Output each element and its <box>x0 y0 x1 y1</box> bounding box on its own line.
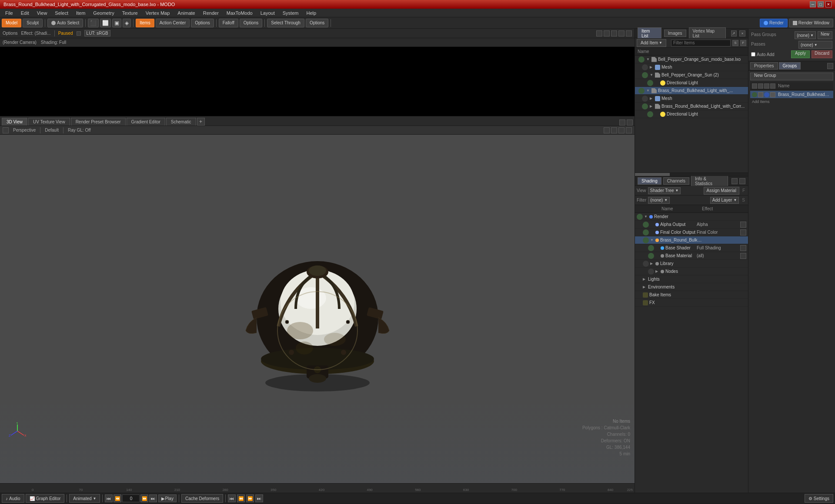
options-3-button[interactable]: Options <box>306 19 328 27</box>
eye-brass[interactable] <box>643 237 649 243</box>
tree-item-dirlight1[interactable]: Directional Light <box>635 79 748 87</box>
paused-label[interactable]: Paused <box>58 31 73 36</box>
menu-help[interactable]: Help <box>303 10 320 17</box>
shader-row-lights[interactable]: ▶ Lights <box>635 275 748 283</box>
shading-expand-icon[interactable] <box>731 178 738 184</box>
tree-item-scene2[interactable]: ▼ Brass_Round_Bulkhead_Light_with_... <box>635 87 748 95</box>
falloff-button[interactable]: Falloff <box>219 19 238 27</box>
paused-icon[interactable] <box>77 31 81 36</box>
eye-basematerial[interactable] <box>648 253 654 259</box>
item-tree-scrollbar[interactable] <box>635 172 748 176</box>
vp-settings-icon[interactable] <box>626 127 632 133</box>
eye-mesh1[interactable] <box>642 64 648 70</box>
scroll-thumb[interactable] <box>635 173 670 176</box>
vp-icon-settings[interactable] <box>627 119 633 126</box>
group-row-brass[interactable]: Brass_Round_Bulkhead_Li... <box>750 91 833 99</box>
shader-row-render[interactable]: ▼ Render <box>635 213 748 221</box>
cache-deformers-button[interactable]: Cache Deformers <box>181 494 223 503</box>
sculpt-mode-button[interactable]: Sculpt <box>23 19 43 27</box>
auto-add-checkbox[interactable]: Auto Add <box>751 52 775 57</box>
vp-ray-gl-label[interactable]: Ray GL: Off <box>68 128 91 133</box>
tab-add-button[interactable]: + <box>197 118 205 126</box>
vp-perspective-label[interactable]: Perspective <box>13 128 36 133</box>
tab-gradient-editor[interactable]: Gradient Editor <box>127 118 165 126</box>
eye-sub-scene1[interactable] <box>642 72 648 78</box>
tab-info-statistics[interactable]: Info & Statistics <box>691 175 728 187</box>
item-tree[interactable]: ▼ Bell_Pepper_Orange_Sun_modo_base.lxo ▶… <box>635 56 748 172</box>
menu-geometry[interactable]: Geometry <box>90 10 117 17</box>
col-icon-dot[interactable] <box>764 83 769 89</box>
frame-input[interactable] <box>122 494 140 502</box>
shader-row-nodes[interactable]: ▶ Nodes <box>635 268 748 275</box>
menu-maxtomodo[interactable]: MaxToModo <box>223 10 256 17</box>
menu-texture[interactable]: Texture <box>119 10 141 17</box>
tab-groups[interactable]: Groups <box>779 62 801 70</box>
options-1-button[interactable]: Options <box>191 19 214 27</box>
eye-render[interactable] <box>637 214 643 220</box>
eye-baseshader[interactable] <box>648 245 654 251</box>
options-icon-5[interactable] <box>626 30 632 36</box>
eye-dirlight1[interactable] <box>647 80 653 86</box>
group-lock-icon[interactable] <box>758 92 763 97</box>
shader-row-baseshader[interactable]: Base Shader Full Shading <box>635 244 748 252</box>
dropdown-alpha[interactable] <box>740 222 746 228</box>
animated-dropdown[interactable]: Animated ▼ <box>69 494 100 503</box>
filter-items-input[interactable] <box>671 40 731 46</box>
settings-button[interactable]: ⚙ Settings <box>805 494 833 503</box>
vp-preset-label[interactable]: Default <box>45 128 59 133</box>
eye-finalcolor[interactable] <box>643 229 649 235</box>
add-layer-dropdown[interactable]: Add Layer ▼ <box>710 197 739 204</box>
eye-dirlight2[interactable] <box>647 111 653 117</box>
transport-btn-4[interactable]: ⏭ <box>255 494 263 502</box>
icon-btn-2[interactable]: ⬜ <box>100 19 111 27</box>
discard-button[interactable]: Discard <box>812 50 832 58</box>
shader-row-bake[interactable]: Bake Items <box>635 291 748 299</box>
dropdown-finalcolor[interactable] <box>740 229 746 235</box>
icon-btn-3[interactable]: ▣ <box>112 19 121 27</box>
options-2-button[interactable]: Options <box>240 19 262 27</box>
tab-channels[interactable]: Channels <box>663 177 689 185</box>
options-label[interactable]: Options <box>3 31 17 36</box>
select-through-button[interactable]: Select Through <box>267 19 304 27</box>
pass-groups-dropdown[interactable]: (none) ▼ <box>795 31 816 39</box>
render-window-button[interactable]: Render Window <box>789 19 833 27</box>
tree-item-sub-scene1[interactable]: ▼ Bell_Pepper_Orange_Sun (2) <box>635 71 748 79</box>
options-icon-2[interactable] <box>604 30 610 36</box>
tree-item-mesh1[interactable]: ▶ Mesh <box>635 63 748 71</box>
pb-next-last[interactable]: ⏭ <box>149 494 157 502</box>
menu-select[interactable]: Select <box>51 10 72 17</box>
panel-icon-expand[interactable]: ↗ <box>731 30 737 36</box>
pb-next[interactable]: ⏩ <box>140 494 148 502</box>
vp-icon-expand[interactable] <box>619 119 625 126</box>
col-icon-box[interactable] <box>770 83 775 89</box>
eye-nodes[interactable] <box>648 269 654 275</box>
shading-close-icon[interactable] <box>739 178 745 184</box>
assign-material-button[interactable]: Assign Material <box>704 187 739 195</box>
3d-viewport[interactable]: X Y Z No Items Polygons : Catmull-Clark … <box>0 135 635 483</box>
pb-prev-first[interactable]: ⏮ <box>105 494 113 502</box>
new-button[interactable]: New <box>818 31 832 39</box>
options-icon-3[interactable] <box>611 30 617 36</box>
tree-item-mesh2[interactable]: ▶ Mesh <box>635 95 748 103</box>
menu-vertex-map[interactable]: Vertex Map <box>142 10 174 17</box>
auto-select-button[interactable]: Auto Select <box>47 19 83 27</box>
options-icon-4[interactable] <box>618 30 625 36</box>
filter-dropdown[interactable]: (none) ▼ <box>648 197 670 204</box>
close-button[interactable]: ✕ <box>825 1 832 7</box>
tab-schematic[interactable]: Schematic <box>166 118 196 126</box>
items-button[interactable]: Items <box>136 19 154 27</box>
timeline-ruler[interactable]: 0 70 140 210 280 350 420 490 560 630 700… <box>0 483 635 493</box>
shader-row-environments[interactable]: ▶ Environments <box>635 283 748 291</box>
add-item-button[interactable]: Add Item ▼ <box>637 39 666 47</box>
model-mode-button[interactable]: Model <box>2 19 21 27</box>
audio-button[interactable]: ♪ Audio <box>2 494 24 503</box>
tree-item-dirlight2[interactable]: Directional Light <box>635 110 748 118</box>
pb-play[interactable]: ▶ Play <box>158 494 176 502</box>
graph-editor-button[interactable]: 📈 Graph Editor <box>26 494 65 503</box>
icon-btn-1[interactable]: ⬛ <box>88 19 99 27</box>
shader-tree[interactable]: Name Effect ▼ Render Alpha Output <box>635 205 748 493</box>
shader-row-fx[interactable]: FX <box>635 299 748 307</box>
tab-3d-view[interactable]: 3D View <box>2 118 27 126</box>
menu-edit[interactable]: Edit <box>17 10 33 17</box>
tab-item-list[interactable]: Item List <box>638 27 661 40</box>
